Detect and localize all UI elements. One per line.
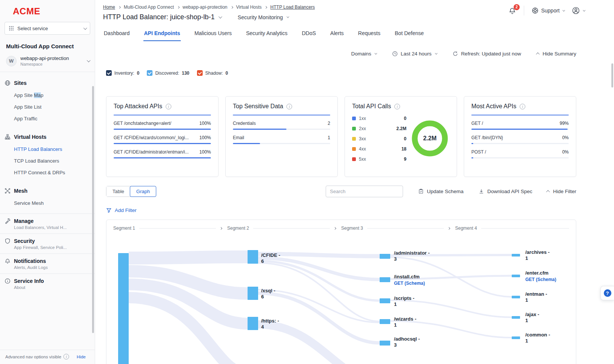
sankey-node-label[interactable]: /enter.cfmGET (Schema) bbox=[525, 270, 556, 283]
sankey-node-label[interactable]: /common -1 bbox=[525, 332, 550, 344]
card-row[interactable]: GET /oncfstatechange=alert/100% bbox=[114, 121, 211, 126]
card-row[interactable]: GET /CFIDE/wizards/common/_logi...100% bbox=[114, 135, 211, 140]
legend-swatch bbox=[352, 127, 356, 131]
segment-label: Segment 4 bbox=[455, 226, 477, 231]
info-icon[interactable]: i bbox=[394, 104, 400, 109]
hide-nav-link[interactable]: Hide bbox=[77, 355, 86, 359]
info-icon[interactable]: i bbox=[286, 104, 292, 109]
sidebar-item-app-site-list[interactable]: App Site List bbox=[0, 101, 95, 113]
api-calls-donut-chart: 2.2M bbox=[410, 119, 449, 158]
sankey-node-label[interactable]: /adhocsql -3 bbox=[394, 336, 420, 348]
hide-summary-toggle[interactable]: Hide Summary bbox=[537, 51, 576, 57]
breadcrumb-item[interactable]: webapp-api-protection bbox=[183, 5, 228, 10]
card-row[interactable]: POST /0% bbox=[471, 149, 569, 155]
sankey-node-label[interactable]: /entman -1 bbox=[525, 291, 547, 303]
sidebar-scrollbar[interactable] bbox=[92, 86, 94, 333]
graph-view-button[interactable]: Graph bbox=[130, 186, 156, 197]
sankey-node-wizards[interactable] bbox=[380, 319, 390, 324]
tab-requests[interactable]: Requests bbox=[357, 29, 381, 41]
tab-api-endpoints[interactable]: API Endpoints bbox=[143, 29, 181, 41]
card-title: Top Sensitive Data bbox=[233, 103, 283, 110]
hide-filter-toggle[interactable]: Hide Filter bbox=[547, 189, 576, 194]
refresh-button[interactable]: Refresh: Updated just now bbox=[452, 51, 521, 57]
card-accent-rule bbox=[114, 115, 211, 115]
sidebar-group-virtual-hosts[interactable]: Virtual Hosts bbox=[0, 130, 95, 143]
info-icon[interactable]: i bbox=[166, 104, 171, 109]
sankey-node-label[interactable]: /CFIDE -6 bbox=[261, 252, 280, 264]
sankey-node-ajax[interactable] bbox=[512, 316, 520, 319]
tab-dashboard[interactable]: Dashboard bbox=[103, 29, 131, 41]
sidebar-group-mesh[interactable]: Mesh bbox=[0, 184, 95, 197]
card-row[interactable]: Credentials2 bbox=[233, 121, 330, 126]
group-title: Security bbox=[14, 238, 35, 244]
schema-link[interactable]: GET (Schema) bbox=[525, 276, 556, 283]
sidebar-item-app-traffic[interactable]: App Traffic bbox=[0, 113, 95, 124]
sankey-node-label[interactable]: /archives -1 bbox=[525, 249, 549, 261]
sankey-node-adhocsql[interactable] bbox=[380, 341, 390, 346]
sankey-node-https[interactable] bbox=[248, 317, 258, 330]
table-view-button[interactable]: Table bbox=[106, 186, 130, 197]
card-row[interactable]: GET /CFIDE/administrator/entman/i...100% bbox=[114, 149, 211, 155]
chevron-down-icon[interactable] bbox=[219, 15, 222, 18]
sidebar-item-tcp-load-balancers[interactable]: TCP Load Balancers bbox=[0, 155, 95, 167]
sankey-node-xsql[interactable] bbox=[248, 287, 258, 300]
sidebar-item-service-mesh[interactable]: Service Mesh bbox=[0, 197, 95, 209]
card-row[interactable]: GET /bin/{DYN}0% bbox=[471, 135, 569, 140]
sidebar-item-http-load-balancers[interactable]: HTTP Load Balancers bbox=[0, 143, 95, 155]
sidebar-group-sites[interactable]: Sites bbox=[0, 76, 95, 89]
download-api-spec-button[interactable]: Download API Spec bbox=[479, 189, 532, 194]
sankey-node-entman[interactable] bbox=[512, 296, 520, 298]
sankey-node-label[interactable]: /scripts -1 bbox=[394, 295, 414, 307]
sankey-node-cfide[interactable] bbox=[248, 250, 258, 264]
schema-link[interactable]: GET (Schema) bbox=[394, 280, 425, 286]
card-row[interactable]: GET /99% bbox=[471, 121, 569, 126]
progress-bar bbox=[233, 129, 330, 130]
tab-security-analytics[interactable]: Security Analytics bbox=[245, 29, 288, 41]
security-monitoring-dropdown[interactable]: Security Monitoring bbox=[238, 14, 288, 20]
search-input[interactable] bbox=[326, 186, 403, 197]
breadcrumb-current[interactable]: HTTP Load Balancers bbox=[270, 5, 315, 10]
view-toggle: Table Graph bbox=[106, 186, 156, 197]
inventory-checkbox[interactable]: Inventory: 0 bbox=[106, 70, 139, 76]
chevron-down-icon bbox=[286, 15, 289, 18]
tab-malicious-users[interactable]: Malicious Users bbox=[194, 29, 232, 41]
breadcrumb-item[interactable]: Virtual Hosts bbox=[236, 5, 262, 10]
update-schema-button[interactable]: Update Schema bbox=[418, 189, 463, 194]
tab-ddos[interactable]: DDoS bbox=[301, 29, 317, 41]
time-range-dropdown[interactable]: Last 24 hours bbox=[392, 51, 437, 57]
help-button[interactable]: ? bbox=[600, 286, 614, 300]
sankey-node-label[interactable]: /wizards -1 bbox=[394, 316, 416, 328]
account-menu[interactable] bbox=[572, 6, 585, 15]
sidebar-item-app-site-map[interactable]: App Site Map bbox=[0, 89, 95, 101]
legend-swatch bbox=[352, 147, 356, 151]
sankey-node-label[interactable]: /administrator -3 bbox=[394, 250, 430, 262]
sankey-node-enter-cfm[interactable] bbox=[512, 275, 520, 277]
breadcrumb-item[interactable]: Multi-Cloud App Connect bbox=[124, 5, 174, 10]
sidebar-item-http-connect-drps[interactable]: HTTP Connect & DRPs bbox=[0, 167, 95, 178]
sankey-node-common[interactable] bbox=[512, 336, 520, 339]
sankey-node-label[interactable]: /ajax -1 bbox=[525, 312, 539, 324]
namespace-selector[interactable]: W webapp-api-protection Namespace bbox=[0, 52, 95, 72]
notifications-bell-button[interactable]: 2 bbox=[508, 7, 516, 15]
support-menu[interactable]: Support bbox=[532, 7, 564, 14]
page-scrollbar[interactable] bbox=[611, 63, 613, 88]
sankey-node-label[interactable]: /https: -4 bbox=[261, 318, 279, 330]
sankey-node-label[interactable]: /install.cfmGET (Schema) bbox=[394, 274, 425, 286]
sankey-node-scripts[interactable] bbox=[380, 298, 390, 303]
progress-bar bbox=[114, 157, 211, 158]
select-service-dropdown[interactable]: Select service bbox=[5, 22, 90, 35]
discovered-checkbox[interactable]: Discovered: 130 bbox=[147, 70, 189, 76]
sankey-root-node[interactable] bbox=[118, 253, 129, 364]
shadow-checkbox[interactable]: Shadow: 0 bbox=[197, 70, 228, 76]
domains-dropdown[interactable]: Domains bbox=[351, 51, 376, 57]
add-filter-button[interactable]: Add Filter bbox=[106, 207, 576, 213]
info-icon[interactable]: i bbox=[520, 104, 525, 109]
sankey-node-archives[interactable] bbox=[512, 254, 520, 256]
tab-bot-defense[interactable]: Bot Defense bbox=[394, 29, 425, 41]
sankey-node-label[interactable]: /xsql -6 bbox=[261, 288, 275, 300]
breadcrumb-home[interactable]: Home bbox=[103, 5, 115, 10]
sankey-node-install-cfm[interactable] bbox=[380, 277, 390, 282]
card-row[interactable]: Email1 bbox=[233, 135, 330, 140]
sankey-node-administrator[interactable] bbox=[380, 254, 390, 259]
tab-alerts[interactable]: Alerts bbox=[329, 29, 345, 41]
